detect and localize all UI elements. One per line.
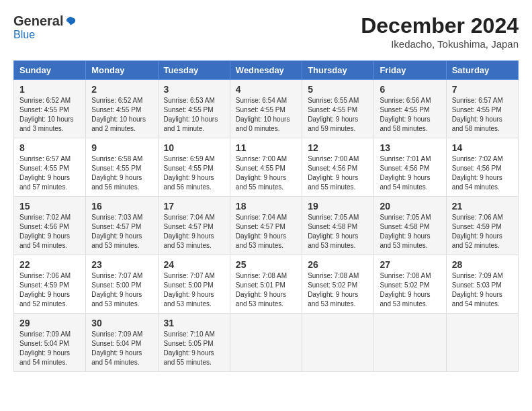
day-info: Sunrise: 7:08 AMSunset: 5:02 PMDaylight:… — [380, 271, 440, 309]
day-info: Sunrise: 7:06 AMSunset: 4:59 PMDaylight:… — [452, 213, 513, 250]
calendar-cell: 23Sunrise: 7:07 AMSunset: 5:00 PMDayligh… — [86, 255, 158, 314]
calendar-cell: 17Sunrise: 7:04 AMSunset: 4:57 PMDayligh… — [158, 197, 230, 255]
calendar-cell: 4Sunrise: 6:54 AMSunset: 4:55 PMDaylight… — [230, 80, 302, 138]
day-number: 22 — [19, 259, 80, 270]
calendar-cell: 31Sunrise: 7:10 AMSunset: 5:05 PMDayligh… — [158, 314, 230, 372]
calendar-cell: 29Sunrise: 7:09 AMSunset: 5:04 PMDayligh… — [14, 314, 86, 372]
day-number: 19 — [308, 201, 368, 212]
day-number: 25 — [236, 259, 296, 270]
header-wednesday: Wednesday — [230, 61, 302, 80]
day-number: 28 — [452, 259, 513, 270]
day-number: 12 — [308, 142, 368, 153]
day-info: Sunrise: 7:00 AMSunset: 4:55 PMDaylight:… — [236, 154, 296, 192]
day-info: Sunrise: 7:08 AMSunset: 5:02 PMDaylight:… — [308, 271, 368, 309]
calendar-cell — [374, 314, 446, 372]
day-number: 26 — [308, 259, 368, 270]
day-number: 24 — [164, 259, 224, 270]
day-info: Sunrise: 6:52 AMSunset: 4:55 PMDaylight:… — [91, 96, 152, 134]
day-info: Sunrise: 7:00 AMSunset: 4:56 PMDaylight:… — [308, 154, 368, 192]
calendar-cell: 5Sunrise: 6:55 AMSunset: 4:55 PMDaylight… — [302, 80, 374, 138]
day-number: 21 — [452, 201, 513, 212]
day-number: 27 — [380, 259, 440, 270]
calendar-cell: 13Sunrise: 7:01 AMSunset: 4:56 PMDayligh… — [374, 138, 446, 197]
calendar-week-row: 29Sunrise: 7:09 AMSunset: 5:04 PMDayligh… — [14, 314, 519, 372]
month-title: December 2024 — [361, 13, 519, 38]
calendar-cell: 28Sunrise: 7:09 AMSunset: 5:03 PMDayligh… — [446, 255, 518, 314]
day-info: Sunrise: 6:52 AMSunset: 4:55 PMDaylight:… — [19, 96, 80, 134]
calendar-cell — [230, 314, 302, 372]
calendar-cell: 27Sunrise: 7:08 AMSunset: 5:02 PMDayligh… — [374, 255, 446, 314]
day-info: Sunrise: 7:04 AMSunset: 4:57 PMDaylight:… — [236, 213, 296, 250]
day-number: 29 — [19, 318, 80, 328]
day-number: 8 — [19, 142, 80, 153]
calendar-cell: 30Sunrise: 7:09 AMSunset: 5:04 PMDayligh… — [86, 314, 158, 372]
logo-general-text: General — [13, 13, 63, 29]
calendar-cell: 1Sunrise: 6:52 AMSunset: 4:55 PMDaylight… — [14, 80, 86, 138]
header-tuesday: Tuesday — [158, 61, 230, 80]
calendar-header-row: Sunday Monday Tuesday Wednesday Thursday… — [14, 61, 519, 80]
calendar-week-row: 15Sunrise: 7:02 AMSunset: 4:56 PMDayligh… — [14, 197, 519, 255]
calendar: Sunday Monday Tuesday Wednesday Thursday… — [13, 60, 519, 372]
day-number: 23 — [91, 259, 152, 270]
day-number: 4 — [236, 84, 296, 95]
calendar-cell: 11Sunrise: 7:00 AMSunset: 4:55 PMDayligh… — [230, 138, 302, 197]
day-info: Sunrise: 6:57 AMSunset: 4:55 PMDaylight:… — [452, 96, 513, 134]
calendar-cell: 3Sunrise: 6:53 AMSunset: 4:55 PMDaylight… — [158, 80, 230, 138]
day-info: Sunrise: 6:56 AMSunset: 4:55 PMDaylight:… — [380, 96, 440, 134]
day-info: Sunrise: 7:09 AMSunset: 5:04 PMDaylight:… — [19, 330, 80, 367]
calendar-cell: 24Sunrise: 7:07 AMSunset: 5:00 PMDayligh… — [158, 255, 230, 314]
day-info: Sunrise: 6:55 AMSunset: 4:55 PMDaylight:… — [308, 96, 368, 134]
day-number: 9 — [91, 142, 152, 153]
day-number: 3 — [164, 84, 224, 95]
day-info: Sunrise: 7:07 AMSunset: 5:00 PMDaylight:… — [164, 271, 224, 309]
day-info: Sunrise: 7:09 AMSunset: 5:04 PMDaylight:… — [91, 330, 152, 367]
calendar-cell: 14Sunrise: 7:02 AMSunset: 4:56 PMDayligh… — [446, 138, 518, 197]
day-number: 20 — [380, 201, 440, 212]
day-number: 2 — [91, 84, 152, 95]
day-info: Sunrise: 7:04 AMSunset: 4:57 PMDaylight:… — [164, 213, 224, 250]
day-info: Sunrise: 7:10 AMSunset: 5:05 PMDaylight:… — [164, 330, 224, 367]
day-info: Sunrise: 7:02 AMSunset: 4:56 PMDaylight:… — [452, 154, 513, 192]
day-info: Sunrise: 7:02 AMSunset: 4:56 PMDaylight:… — [19, 213, 80, 250]
day-info: Sunrise: 7:01 AMSunset: 4:56 PMDaylight:… — [380, 154, 440, 192]
location: Ikedacho, Tokushima, Japan — [361, 38, 519, 50]
day-info: Sunrise: 7:05 AMSunset: 4:58 PMDaylight:… — [380, 213, 440, 250]
day-number: 14 — [452, 142, 513, 153]
header-saturday: Saturday — [446, 61, 518, 80]
calendar-cell: 10Sunrise: 6:59 AMSunset: 4:55 PMDayligh… — [158, 138, 230, 197]
day-info: Sunrise: 7:03 AMSunset: 4:57 PMDaylight:… — [91, 213, 152, 250]
calendar-cell: 2Sunrise: 6:52 AMSunset: 4:55 PMDaylight… — [86, 80, 158, 138]
calendar-cell: 26Sunrise: 7:08 AMSunset: 5:02 PMDayligh… — [302, 255, 374, 314]
day-number: 17 — [164, 201, 224, 212]
day-number: 1 — [19, 84, 80, 95]
day-info: Sunrise: 7:07 AMSunset: 5:00 PMDaylight:… — [91, 271, 152, 309]
calendar-cell — [446, 314, 518, 372]
day-number: 6 — [380, 84, 440, 95]
calendar-cell — [302, 314, 374, 372]
day-info: Sunrise: 6:57 AMSunset: 4:55 PMDaylight:… — [19, 154, 80, 192]
day-number: 5 — [308, 84, 368, 95]
logo-bird-icon — [64, 15, 77, 28]
day-number: 11 — [236, 142, 296, 153]
header: General Blue December 2024 Ikedacho, Tok… — [13, 13, 519, 50]
calendar-cell: 16Sunrise: 7:03 AMSunset: 4:57 PMDayligh… — [86, 197, 158, 255]
day-number: 10 — [164, 142, 224, 153]
day-info: Sunrise: 6:58 AMSunset: 4:55 PMDaylight:… — [91, 154, 152, 192]
calendar-cell: 21Sunrise: 7:06 AMSunset: 4:59 PMDayligh… — [446, 197, 518, 255]
day-info: Sunrise: 7:08 AMSunset: 5:01 PMDaylight:… — [236, 271, 296, 309]
calendar-cell: 6Sunrise: 6:56 AMSunset: 4:55 PMDaylight… — [374, 80, 446, 138]
day-info: Sunrise: 7:09 AMSunset: 5:03 PMDaylight:… — [452, 271, 513, 309]
day-number: 16 — [91, 201, 152, 212]
calendar-week-row: 22Sunrise: 7:06 AMSunset: 4:59 PMDayligh… — [14, 255, 519, 314]
header-thursday: Thursday — [302, 61, 374, 80]
calendar-cell: 9Sunrise: 6:58 AMSunset: 4:55 PMDaylight… — [86, 138, 158, 197]
day-info: Sunrise: 7:06 AMSunset: 4:59 PMDaylight:… — [19, 271, 80, 309]
header-sunday: Sunday — [14, 61, 86, 80]
day-number: 18 — [236, 201, 296, 212]
title-area: December 2024 Ikedacho, Tokushima, Japan — [361, 13, 519, 50]
calendar-cell: 20Sunrise: 7:05 AMSunset: 4:58 PMDayligh… — [374, 197, 446, 255]
day-number: 15 — [19, 201, 80, 212]
calendar-week-row: 1Sunrise: 6:52 AMSunset: 4:55 PMDaylight… — [14, 80, 519, 138]
logo-blue-text: Blue — [13, 29, 35, 40]
calendar-cell: 22Sunrise: 7:06 AMSunset: 4:59 PMDayligh… — [14, 255, 86, 314]
